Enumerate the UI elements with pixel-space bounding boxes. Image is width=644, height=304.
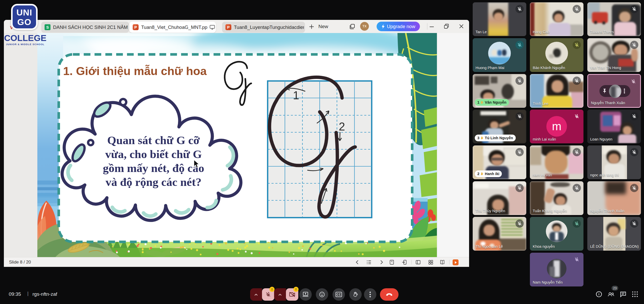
svg-text:vừa, cho biết chữ G: vừa, cho biết chữ G xyxy=(105,148,202,161)
svg-text:Quan sát chữ G cỡ: Quan sát chữ G cỡ xyxy=(107,134,200,147)
svg-text:gồm mấy nét, độ cao: gồm mấy nét, độ cao xyxy=(103,162,204,175)
svg-text:và độ rộng các nét?: và độ rộng các nét? xyxy=(106,176,201,188)
svg-text:2: 2 xyxy=(339,120,345,133)
svg-text:1. Giới thiệu mẫu chữ hoa: 1. Giới thiệu mẫu chữ hoa xyxy=(63,64,207,78)
svg-text:1: 1 xyxy=(293,89,299,102)
